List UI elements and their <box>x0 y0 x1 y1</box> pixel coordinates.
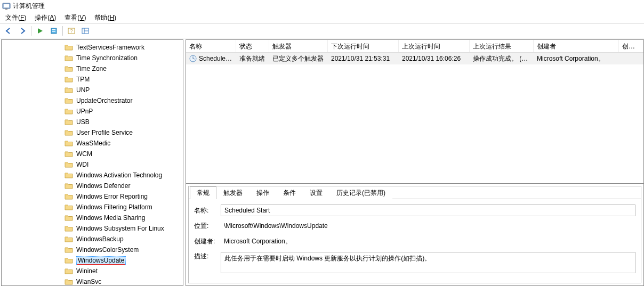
menu-file[interactable]: 文件(F) <box>2 12 29 23</box>
tree-item[interactable]: WindowsBackup <box>2 234 183 244</box>
tree-item[interactable]: Windows Defender <box>2 181 183 191</box>
tab-history[interactable]: 历史记录(已禁用) <box>329 186 392 199</box>
toolbar-separator <box>31 26 31 36</box>
folder-icon <box>65 278 73 285</box>
folder-icon <box>65 129 73 136</box>
play-icon <box>36 27 44 35</box>
tree-item[interactable]: Time Zone <box>2 63 183 74</box>
details-panel: 常规 触发器 操作 条件 设置 历史记录(已禁用) 名称: Scheduled … <box>186 184 644 286</box>
folder-icon <box>65 171 73 179</box>
tree-item-label: WaaSMedic <box>76 140 110 147</box>
tree-item[interactable]: WDI <box>2 159 183 170</box>
folder-icon <box>65 257 73 264</box>
folder-icon <box>65 214 73 222</box>
col-header-creator[interactable]: 创建者 <box>534 40 619 52</box>
folder-icon <box>65 267 73 275</box>
col-header-name[interactable]: 名称 <box>186 40 236 52</box>
tree-item[interactable]: Windows Error Reporting <box>2 191 183 202</box>
tree-item[interactable]: Wininet <box>2 266 183 276</box>
tab-actions[interactable]: 操作 <box>249 186 276 199</box>
cell-creator: Microsoft Corporation。 <box>534 52 619 66</box>
tree-item[interactable]: Windows Media Sharing <box>2 213 183 223</box>
tree-item[interactable]: WaaSMedic <box>2 138 183 149</box>
menu-action[interactable]: 操作(A) <box>31 12 59 23</box>
tree-item[interactable]: User Profile Service <box>2 127 183 138</box>
tree-item[interactable]: WindowsUpdate <box>2 255 183 266</box>
tree-item[interactable]: WindowsColorSystem <box>2 244 183 255</box>
folder-icon <box>65 203 73 211</box>
cell-created <box>619 56 643 61</box>
folder-icon <box>65 108 73 115</box>
tree-item[interactable]: Windows Subsystem For Linux <box>2 223 183 234</box>
tree-item-label: WDI <box>76 161 88 168</box>
tree-item[interactable]: USB <box>2 117 183 127</box>
clock-icon <box>189 55 197 62</box>
menu-help[interactable]: 帮助(H) <box>91 12 119 23</box>
folder-icon <box>65 161 73 168</box>
tree-item-label: Wininet <box>76 267 98 275</box>
tree-item-label: Windows Subsystem For Linux <box>76 225 164 232</box>
tree-item[interactable]: TextServicesFramework <box>2 42 183 53</box>
task-row[interactable]: Scheduled ... 准备就绪 已定义多个触发器 2021/10/31 2… <box>186 53 643 64</box>
tab-conditions[interactable]: 条件 <box>276 186 303 199</box>
tree-pane[interactable]: TextServicesFrameworkTime Synchronizatio… <box>1 39 183 286</box>
toolbar-separator <box>62 26 63 36</box>
folder-icon <box>65 140 73 147</box>
details-tabs: 常规 触发器 操作 条件 设置 历史记录(已禁用) <box>189 186 641 199</box>
col-header-triggers[interactable]: 触发器 <box>269 40 328 52</box>
svg-rect-5 <box>52 29 55 30</box>
tab-triggers[interactable]: 触发器 <box>216 186 249 199</box>
cell-lastresult: 操作成功完成。 (0x0) <box>470 52 534 66</box>
folder-icon <box>65 76 73 83</box>
run-button[interactable] <box>34 25 46 37</box>
properties-icon <box>50 27 58 35</box>
tab-settings[interactable]: 设置 <box>303 186 329 199</box>
tree-item[interactable]: WlanSvc <box>2 276 183 286</box>
folder-icon <box>65 44 73 51</box>
tree-item[interactable]: UpdateOrchestrator <box>2 95 183 106</box>
folder-icon <box>65 86 73 94</box>
col-header-lastrun[interactable]: 上次运行时间 <box>399 40 470 52</box>
menu-view[interactable]: 查看(V) <box>61 12 89 23</box>
forward-button[interactable] <box>16 25 29 37</box>
value-creator: Microsoft Corporation。 <box>221 235 635 248</box>
tree-item[interactable]: UPnP <box>2 106 183 117</box>
tree-item[interactable]: Time Synchronization <box>2 53 183 63</box>
col-header-lastresult[interactable]: 上次运行结果 <box>470 40 534 52</box>
app-icon <box>2 2 11 10</box>
back-button[interactable] <box>2 25 15 37</box>
tree-item[interactable]: TPM <box>2 74 183 85</box>
folder-icon <box>65 235 73 243</box>
value-description[interactable]: 此任务用于在需要时启动 Windows 更新服务以执行计划的操作(如扫描)。 <box>221 252 635 273</box>
tree-item-label: Windows Activation Technolog <box>76 171 162 179</box>
help-button[interactable]: ? <box>65 25 78 37</box>
label-location: 位置: <box>194 222 221 231</box>
value-name[interactable]: Scheduled Start <box>221 205 635 216</box>
folder-icon <box>65 193 73 200</box>
tree-item[interactable]: UNP <box>2 85 183 95</box>
cell-triggers: 已定义多个触发器 <box>269 52 328 66</box>
tree-item[interactable]: Windows Filtering Platform <box>2 202 183 213</box>
cell-name: Scheduled ... <box>199 55 236 62</box>
toolbar: ? <box>0 23 644 38</box>
col-header-nextrun[interactable]: 下次运行时间 <box>328 40 399 52</box>
tree-item[interactable]: Windows Activation Technolog <box>2 170 183 181</box>
cell-status: 准备就绪 <box>236 52 269 66</box>
panes-button[interactable] <box>79 25 92 37</box>
help-icon: ? <box>68 27 75 35</box>
tree-item-label: WCM <box>76 150 92 158</box>
folder-icon <box>65 246 73 254</box>
col-header-created[interactable]: 创建时 <box>619 40 643 52</box>
label-description: 描述: <box>194 252 221 261</box>
col-header-status[interactable]: 状态 <box>236 40 269 52</box>
tree-item-label: TextServicesFramework <box>76 44 144 51</box>
tree-item-label: Windows Media Sharing <box>76 214 145 222</box>
tree-item-label: Windows Error Reporting <box>76 193 148 200</box>
folder-icon <box>65 97 73 104</box>
properties-button[interactable] <box>47 25 60 37</box>
panes-icon <box>82 27 89 35</box>
tree-item-label: WlanSvc <box>76 278 101 285</box>
tree-item[interactable]: WCM <box>2 149 183 159</box>
tree-item-label: TPM <box>76 76 90 83</box>
tab-general[interactable]: 常规 <box>190 186 216 199</box>
